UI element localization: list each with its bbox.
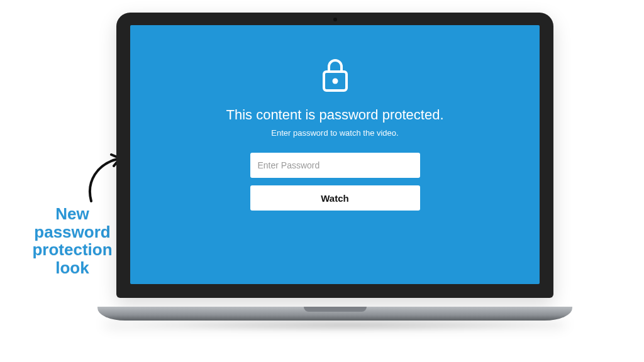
laptop-mockup: This content is password protected. Ente… xyxy=(116,13,553,321)
callout-line-2: password xyxy=(34,222,110,241)
password-screen: This content is password protected. Ente… xyxy=(130,25,540,284)
headline-text: This content is password protected. xyxy=(226,107,443,123)
lock-icon xyxy=(320,57,350,93)
svg-point-1 xyxy=(332,79,338,84)
password-input[interactable] xyxy=(250,153,420,178)
callout-line-1: New xyxy=(55,204,89,223)
callout-line-4: look xyxy=(55,258,89,277)
watch-button[interactable]: Watch xyxy=(250,185,420,211)
camera-icon xyxy=(333,18,337,21)
laptop-base xyxy=(97,307,572,321)
laptop-screen-frame: This content is password protected. Ente… xyxy=(116,13,553,298)
laptop-notch xyxy=(304,307,367,312)
subline-text: Enter password to watch the video. xyxy=(271,128,398,138)
callout-label: New password protection look xyxy=(19,205,126,277)
callout-line-3: protection xyxy=(32,240,112,259)
